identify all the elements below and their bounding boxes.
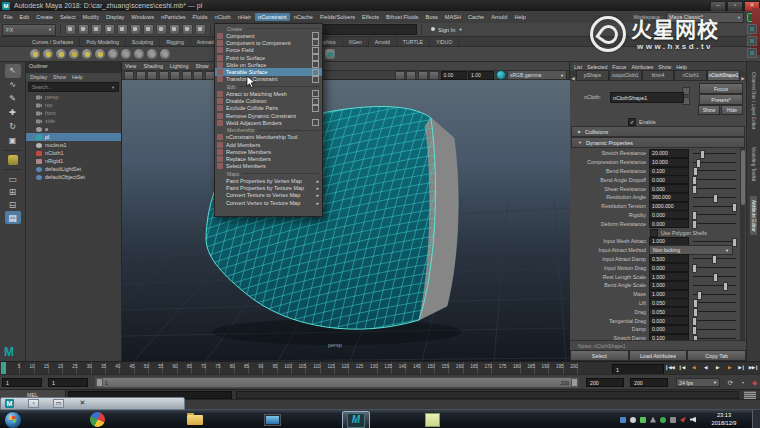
display-settings-icon[interactable] [263, 412, 281, 427]
tray-storage-icon[interactable] [670, 417, 676, 423]
explorer-icon[interactable] [186, 412, 204, 427]
menu-modify[interactable]: Modify [80, 13, 102, 21]
camera-icon[interactable] [205, 71, 215, 80]
go-to-start-icon[interactable]: ❙◀◀ [664, 363, 675, 373]
input-mesh-attract-slider[interactable] [693, 238, 736, 245]
option-box-icon[interactable] [312, 39, 319, 46]
menu-item-remove-members[interactable]: Remove Members [215, 148, 322, 155]
tray-battery-icon[interactable] [640, 417, 646, 423]
outliner-item-defaultobjectset[interactable]: defaultObjectSet [26, 173, 121, 181]
playback-range-bar[interactable]: 1 200 [95, 377, 579, 388]
new-scene-icon[interactable] [65, 24, 76, 35]
menu-ncloth[interactable]: nCloth [212, 13, 234, 21]
gamma-field[interactable]: 1.00 [468, 71, 494, 80]
shelf-tab-turtle[interactable]: TURTLE [397, 38, 430, 46]
scrollbar[interactable] [740, 148, 745, 340]
playback-end-field[interactable]: 200 [586, 378, 624, 387]
input-motion-drag-slider[interactable] [693, 264, 736, 271]
menu-bifrost-fluids[interactable]: Bifrost Fluids [383, 13, 421, 21]
stretch-damp-slider[interactable] [693, 335, 736, 340]
shelf-tab-poly-modeling[interactable]: Poly Modeling [80, 38, 126, 46]
drag-slider[interactable] [693, 308, 736, 315]
menu-item-slide-on-surface[interactable]: Slide on Surface [215, 61, 322, 68]
viewport-menu-show[interactable]: Show [195, 63, 208, 69]
menu-mash[interactable]: MASH [442, 13, 464, 21]
deform-resistance-slider[interactable] [693, 220, 736, 227]
step-back-frame-icon[interactable]: ❙◀ [676, 363, 687, 373]
menu-cache[interactable]: Cache [465, 13, 487, 21]
outliner-item-nrigid1[interactable]: nRigid1 [26, 157, 121, 165]
outliner-item-a[interactable]: a [26, 125, 121, 133]
ae-menu-help[interactable]: Help [676, 64, 687, 70]
ae-tab-nclothshape1[interactable]: nClothShape1 [707, 70, 740, 81]
maximize-button[interactable]: ▫ [727, 1, 743, 12]
attribute-editor-toggle-icon[interactable] [747, 36, 757, 46]
menu-set-dropdown[interactable]: FX▼ [2, 24, 56, 36]
ae-tab-outputcloth1[interactable]: outputCloth1 [609, 70, 642, 81]
menu-file[interactable]: File [1, 13, 16, 21]
four-pane-layout-button[interactable]: ⊞ [5, 185, 21, 198]
outliner-item-front[interactable]: front [26, 109, 121, 117]
shear-resistance-slider[interactable] [693, 185, 736, 192]
menu-display[interactable]: Display [103, 13, 127, 21]
color-management-icon[interactable] [496, 70, 506, 80]
menu-help[interactable]: Help [511, 13, 529, 21]
outliner-menu-help[interactable]: Help [72, 74, 83, 80]
exposure-field[interactable]: 0.00 [441, 71, 467, 80]
option-box-icon[interactable] [312, 61, 319, 68]
mass-value[interactable]: 1.000 [649, 290, 689, 299]
enable-checkbox[interactable]: ✓ [628, 118, 636, 126]
menu-item-exclude-collide-pairs[interactable]: Exclude Collide Pairs [215, 105, 322, 112]
fps-dropdown[interactable]: 24 fps▼ [676, 378, 720, 387]
menu-create[interactable]: Create [33, 13, 56, 21]
outliner-item-pl[interactable]: pl [26, 133, 121, 141]
outliner-item-top[interactable]: top [26, 101, 121, 109]
outliner-item-nucleus1[interactable]: nucleus1 [26, 141, 121, 149]
drag-value[interactable]: 0.050 [649, 307, 689, 316]
animation-end-field[interactable]: 200 [630, 378, 668, 387]
textured-icon[interactable] [147, 71, 157, 80]
lasso-tool[interactable]: ∿ [5, 78, 21, 92]
undo-icon[interactable] [104, 24, 115, 35]
ae-menu-focus[interactable]: Focus [612, 64, 626, 70]
range-start-handle[interactable] [96, 378, 103, 387]
auto-keyframe-icon[interactable]: ◔ [738, 378, 747, 387]
input-attract-damp-slider[interactable] [693, 255, 736, 262]
menu-windows[interactable]: Windows [128, 13, 157, 21]
snap-view-plane-icon[interactable] [182, 24, 193, 35]
lift-value[interactable]: 0.050 [649, 298, 689, 307]
screen-ao-icon[interactable] [182, 71, 192, 80]
gate-mask-icon[interactable] [429, 71, 439, 80]
minimize-button[interactable]: – [710, 1, 726, 12]
shelf-tab-sculpting[interactable]: Sculpting [126, 38, 160, 46]
ae-tab-ncloth1[interactable]: nCloth1 [674, 70, 707, 81]
range-end-handle[interactable] [571, 378, 578, 387]
menu-effects[interactable]: Effects [359, 13, 382, 21]
ae-menu-show[interactable]: Show [658, 64, 671, 70]
option-box-icon[interactable] [312, 90, 319, 97]
viewport-menu-lighting[interactable]: Lighting [170, 63, 189, 69]
taskbar-clock[interactable]: 23:13 2018/12/9 [700, 411, 748, 427]
menu-edit[interactable]: Edit [17, 13, 33, 21]
deform-resistance-value[interactable]: 0.000 [649, 219, 689, 228]
menu-item-transform-constraint[interactable]: Transform Constraint [215, 76, 322, 83]
outliner-item-ncloth1[interactable]: nCloth1 [26, 149, 121, 157]
show-desktop-button[interactable] [752, 410, 760, 428]
option-box-icon[interactable] [312, 105, 319, 112]
hide-button[interactable]: Hide [721, 105, 743, 115]
shaded-icon[interactable] [136, 71, 146, 80]
ep-curve-tool-icon[interactable] [30, 49, 40, 59]
menu-item-tearable-surface[interactable]: Tearable Surface [215, 68, 322, 75]
menu-fluids[interactable]: Fluids [190, 13, 211, 21]
tray-vpn-icon[interactable] [680, 417, 686, 423]
compression-resistance-value[interactable]: 10.000 [649, 158, 689, 167]
restitution-angle-slider[interactable] [693, 194, 736, 201]
tangential-drag-slider[interactable] [693, 317, 736, 324]
recorder-mini-window[interactable]: M ▫ ▭ ✕ [0, 397, 185, 410]
last-tool-icon[interactable] [8, 155, 18, 165]
cv-curve-tool-icon[interactable] [43, 49, 53, 59]
shelf-tab-xgen[interactable]: XGen [343, 38, 369, 46]
menu-item-attract-to-matching-mesh[interactable]: Attract to Matching Mesh [215, 90, 322, 97]
menu-nhair[interactable]: nHair [235, 13, 254, 21]
menu-item-select-members[interactable]: Select Members [215, 163, 322, 170]
